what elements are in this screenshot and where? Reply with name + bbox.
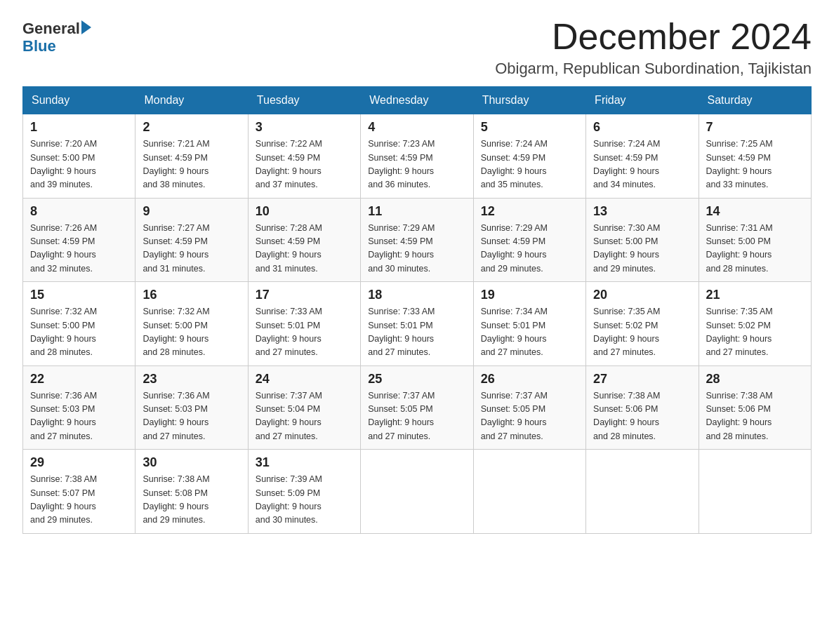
day-number: 31 xyxy=(256,455,353,470)
day-info: Sunrise: 7:38 AM Sunset: 5:07 PM Dayligh… xyxy=(30,473,128,528)
day-info: Sunrise: 7:33 AM Sunset: 5:01 PM Dayligh… xyxy=(256,305,353,360)
day-info: Sunrise: 7:39 AM Sunset: 5:09 PM Dayligh… xyxy=(256,473,353,528)
day-number: 6 xyxy=(593,120,691,135)
day-info: Sunrise: 7:29 AM Sunset: 4:59 PM Dayligh… xyxy=(368,222,465,276)
day-number: 21 xyxy=(706,288,804,302)
logo-general-text: General xyxy=(22,20,80,37)
day-info: Sunrise: 7:35 AM Sunset: 5:02 PM Dayligh… xyxy=(593,305,691,360)
day-info: Sunrise: 7:26 AM Sunset: 4:59 PM Dayligh… xyxy=(30,222,128,276)
day-number: 29 xyxy=(30,455,128,470)
day-info: Sunrise: 7:37 AM Sunset: 5:05 PM Dayligh… xyxy=(481,389,578,444)
day-info: Sunrise: 7:38 AM Sunset: 5:06 PM Dayligh… xyxy=(593,389,691,444)
day-number: 8 xyxy=(30,204,128,219)
day-number: 2 xyxy=(143,120,240,135)
calendar-cell: 30 Sunrise: 7:38 AM Sunset: 5:08 PM Dayl… xyxy=(135,450,248,534)
calendar-cell xyxy=(361,450,473,534)
day-number: 20 xyxy=(593,288,691,302)
calendar-cell: 2 Sunrise: 7:21 AM Sunset: 4:59 PM Dayli… xyxy=(135,114,248,199)
main-title: December 2024 xyxy=(495,17,812,57)
day-info: Sunrise: 7:35 AM Sunset: 5:02 PM Dayligh… xyxy=(706,305,804,360)
day-info: Sunrise: 7:38 AM Sunset: 5:06 PM Dayligh… xyxy=(706,389,804,444)
calendar-cell xyxy=(473,450,585,534)
day-number: 4 xyxy=(368,120,465,135)
day-of-week-header: Wednesday xyxy=(361,87,473,114)
calendar-week-row: 15 Sunrise: 7:32 AM Sunset: 5:00 PM Dayl… xyxy=(23,282,812,366)
calendar-cell: 8 Sunrise: 7:26 AM Sunset: 4:59 PM Dayli… xyxy=(23,198,135,282)
calendar-cell: 3 Sunrise: 7:22 AM Sunset: 4:59 PM Dayli… xyxy=(248,114,360,199)
calendar-cell: 11 Sunrise: 7:29 AM Sunset: 4:59 PM Dayl… xyxy=(361,198,473,282)
day-number: 1 xyxy=(30,120,128,135)
calendar-cell: 28 Sunrise: 7:38 AM Sunset: 5:06 PM Dayl… xyxy=(699,365,811,450)
day-info: Sunrise: 7:32 AM Sunset: 5:00 PM Dayligh… xyxy=(30,305,128,360)
calendar-cell: 9 Sunrise: 7:27 AM Sunset: 4:59 PM Dayli… xyxy=(135,198,248,282)
day-of-week-header: Saturday xyxy=(699,87,811,114)
day-number: 10 xyxy=(256,204,353,219)
calendar-cell: 14 Sunrise: 7:31 AM Sunset: 5:00 PM Dayl… xyxy=(699,198,811,282)
page-header: General Blue December 2024 Obigarm, Repu… xyxy=(22,17,812,78)
day-info: Sunrise: 7:21 AM Sunset: 4:59 PM Dayligh… xyxy=(143,137,240,192)
calendar-cell: 23 Sunrise: 7:36 AM Sunset: 5:03 PM Dayl… xyxy=(135,365,248,450)
day-info: Sunrise: 7:31 AM Sunset: 5:00 PM Dayligh… xyxy=(706,222,804,276)
day-info: Sunrise: 7:24 AM Sunset: 4:59 PM Dayligh… xyxy=(593,137,691,192)
calendar-week-row: 22 Sunrise: 7:36 AM Sunset: 5:03 PM Dayl… xyxy=(23,365,812,450)
calendar-cell: 4 Sunrise: 7:23 AM Sunset: 4:59 PM Dayli… xyxy=(361,114,473,199)
calendar-cell: 13 Sunrise: 7:30 AM Sunset: 5:00 PM Dayl… xyxy=(586,198,699,282)
logo-triangle-icon xyxy=(81,20,91,34)
day-number: 30 xyxy=(143,455,240,470)
calendar-cell xyxy=(586,450,699,534)
day-info: Sunrise: 7:36 AM Sunset: 5:03 PM Dayligh… xyxy=(30,389,128,444)
sub-title: Obigarm, Republican Subordination, Tajik… xyxy=(495,60,812,78)
day-number: 11 xyxy=(368,204,465,219)
calendar-header-row: SundayMondayTuesdayWednesdayThursdayFrid… xyxy=(23,87,812,114)
title-block: December 2024 Obigarm, Republican Subord… xyxy=(495,17,812,78)
day-info: Sunrise: 7:30 AM Sunset: 5:00 PM Dayligh… xyxy=(593,222,691,276)
day-of-week-header: Monday xyxy=(135,87,248,114)
calendar-cell: 22 Sunrise: 7:36 AM Sunset: 5:03 PM Dayl… xyxy=(23,365,135,450)
calendar-cell: 29 Sunrise: 7:38 AM Sunset: 5:07 PM Dayl… xyxy=(23,450,135,534)
calendar-cell: 10 Sunrise: 7:28 AM Sunset: 4:59 PM Dayl… xyxy=(248,198,360,282)
calendar-cell: 12 Sunrise: 7:29 AM Sunset: 4:59 PM Dayl… xyxy=(473,198,585,282)
calendar-cell: 27 Sunrise: 7:38 AM Sunset: 5:06 PM Dayl… xyxy=(586,365,699,450)
calendar-cell: 26 Sunrise: 7:37 AM Sunset: 5:05 PM Dayl… xyxy=(473,365,585,450)
logo-blue-text: Blue xyxy=(22,37,91,55)
day-number: 13 xyxy=(593,204,691,219)
day-info: Sunrise: 7:37 AM Sunset: 5:05 PM Dayligh… xyxy=(368,389,465,444)
day-number: 7 xyxy=(706,120,804,135)
logo: General Blue xyxy=(22,20,91,55)
calendar-week-row: 8 Sunrise: 7:26 AM Sunset: 4:59 PM Dayli… xyxy=(23,198,812,282)
day-info: Sunrise: 7:24 AM Sunset: 4:59 PM Dayligh… xyxy=(481,137,578,192)
day-info: Sunrise: 7:23 AM Sunset: 4:59 PM Dayligh… xyxy=(368,137,465,192)
calendar-cell: 16 Sunrise: 7:32 AM Sunset: 5:00 PM Dayl… xyxy=(135,282,248,366)
day-of-week-header: Friday xyxy=(586,87,699,114)
day-info: Sunrise: 7:36 AM Sunset: 5:03 PM Dayligh… xyxy=(143,389,240,444)
day-number: 18 xyxy=(368,288,465,302)
day-info: Sunrise: 7:25 AM Sunset: 4:59 PM Dayligh… xyxy=(706,137,804,192)
day-number: 17 xyxy=(256,288,353,302)
day-info: Sunrise: 7:27 AM Sunset: 4:59 PM Dayligh… xyxy=(143,222,240,276)
calendar-cell xyxy=(699,450,811,534)
day-info: Sunrise: 7:38 AM Sunset: 5:08 PM Dayligh… xyxy=(143,473,240,528)
day-number: 16 xyxy=(143,288,240,302)
calendar-table: SundayMondayTuesdayWednesdayThursdayFrid… xyxy=(22,86,812,534)
calendar-cell: 21 Sunrise: 7:35 AM Sunset: 5:02 PM Dayl… xyxy=(699,282,811,366)
calendar-cell: 15 Sunrise: 7:32 AM Sunset: 5:00 PM Dayl… xyxy=(23,282,135,366)
calendar-cell: 17 Sunrise: 7:33 AM Sunset: 5:01 PM Dayl… xyxy=(248,282,360,366)
day-number: 14 xyxy=(706,204,804,219)
day-number: 28 xyxy=(706,372,804,387)
calendar-cell: 7 Sunrise: 7:25 AM Sunset: 4:59 PM Dayli… xyxy=(699,114,811,199)
day-of-week-header: Sunday xyxy=(23,87,135,114)
calendar-cell: 6 Sunrise: 7:24 AM Sunset: 4:59 PM Dayli… xyxy=(586,114,699,199)
calendar-cell: 5 Sunrise: 7:24 AM Sunset: 4:59 PM Dayli… xyxy=(473,114,585,199)
calendar-week-row: 29 Sunrise: 7:38 AM Sunset: 5:07 PM Dayl… xyxy=(23,450,812,534)
day-info: Sunrise: 7:32 AM Sunset: 5:00 PM Dayligh… xyxy=(143,305,240,360)
calendar-cell: 18 Sunrise: 7:33 AM Sunset: 5:01 PM Dayl… xyxy=(361,282,473,366)
day-number: 3 xyxy=(256,120,353,135)
day-of-week-header: Thursday xyxy=(473,87,585,114)
day-info: Sunrise: 7:29 AM Sunset: 4:59 PM Dayligh… xyxy=(481,222,578,276)
day-number: 5 xyxy=(481,120,578,135)
calendar-cell: 31 Sunrise: 7:39 AM Sunset: 5:09 PM Dayl… xyxy=(248,450,360,534)
calendar-week-row: 1 Sunrise: 7:20 AM Sunset: 5:00 PM Dayli… xyxy=(23,114,812,199)
day-number: 19 xyxy=(481,288,578,302)
calendar-cell: 25 Sunrise: 7:37 AM Sunset: 5:05 PM Dayl… xyxy=(361,365,473,450)
calendar-cell: 19 Sunrise: 7:34 AM Sunset: 5:01 PM Dayl… xyxy=(473,282,585,366)
